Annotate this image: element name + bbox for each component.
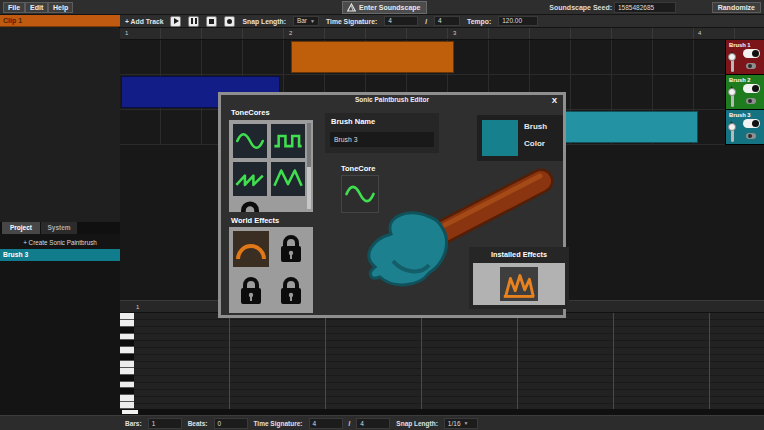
tab-system[interactable]: System — [41, 222, 77, 234]
piano-key[interactable] — [120, 402, 134, 409]
menu-help[interactable]: Help — [48, 2, 73, 13]
world-effect-locked-button[interactable] — [273, 273, 309, 309]
dialog-title: Sonic Paintbrush Editor — [221, 96, 563, 103]
time-signature-numerator-input[interactable]: 4 — [384, 16, 418, 26]
brush-list-item[interactable]: Brush 3 — [0, 249, 120, 261]
piano-key[interactable] — [120, 334, 134, 341]
sine-wave-icon — [342, 176, 378, 212]
toggle-knob-icon — [752, 85, 759, 92]
track-toggle[interactable] — [743, 49, 760, 58]
brush-list-panel: + Create Sonic Paintbrush Brush 3 — [0, 234, 120, 415]
track-header-brush-1[interactable]: Brush 1 ▲ — [725, 40, 764, 75]
track-volume-knob[interactable] — [728, 123, 736, 131]
add-track-button[interactable]: + Add Track — [125, 18, 163, 25]
ruler-bar-1: 1 — [125, 30, 128, 36]
tab-project[interactable]: Project — [2, 222, 40, 234]
track-volume-knob[interactable] — [728, 53, 736, 61]
tonecore-label: ToneCore — [341, 164, 375, 173]
track-volume-knob[interactable] — [728, 88, 736, 96]
selected-tonecore-button[interactable] — [341, 175, 379, 213]
piano-key[interactable] — [120, 368, 134, 375]
brush-name-input[interactable]: Brush 3 — [330, 132, 434, 147]
tonecore-triangle-button[interactable] — [271, 162, 305, 196]
track-indicator[interactable] — [746, 133, 756, 139]
piano-key[interactable] — [120, 340, 134, 347]
track-header-brush-3[interactable]: Brush 3 ▲ — [725, 110, 764, 145]
menu-edit[interactable]: Edit — [25, 2, 48, 13]
piano-key[interactable] — [120, 327, 134, 334]
bars-input[interactable]: 1 — [148, 418, 182, 429]
chevron-down-icon: ▼ — [310, 17, 315, 25]
clip-brush-1[interactable] — [291, 41, 454, 73]
timeline-ruler[interactable]: 1 2 3 4 — [120, 28, 764, 40]
status-time-signature-denominator-input[interactable]: 4 — [356, 418, 390, 429]
track-toggle[interactable] — [743, 84, 760, 93]
piano-key[interactable] — [120, 382, 134, 389]
seed-label: Soundscape Seed: — [549, 4, 612, 11]
installed-effects-label: Installed Effects — [469, 250, 569, 259]
track-header-brush-2[interactable]: Brush 2 ▲ — [725, 75, 764, 110]
beats-input[interactable]: 0 — [214, 418, 248, 429]
installed-effect-button[interactable] — [500, 267, 538, 301]
snap-length-label: Snap Length: — [242, 18, 285, 25]
track-indicator[interactable] — [746, 98, 756, 104]
piano-key[interactable] — [120, 313, 134, 320]
sawtooth-wave-icon — [233, 162, 267, 196]
world-effect-locked-button[interactable] — [233, 273, 269, 309]
locked-tonecore-icon — [233, 200, 267, 212]
brush-name-box: Brush Name Brush 3 — [325, 113, 439, 153]
tonecore-square-button[interactable] — [271, 124, 305, 158]
piano-roll-grid[interactable] — [134, 313, 764, 409]
tonecores-panel — [229, 120, 313, 212]
status-bar: Bars: 1 Beats: 0 Time Signature: 4 / 4 S… — [0, 415, 764, 430]
tempo-input[interactable]: 120.00 — [498, 16, 538, 26]
track-row-brush-1[interactable] — [120, 40, 764, 75]
tonecore-sawtooth-button[interactable] — [233, 162, 267, 196]
stop-icon — [209, 19, 214, 24]
record-button[interactable] — [224, 16, 235, 27]
seed-input[interactable]: 1585482685 — [614, 2, 676, 13]
piano-key[interactable] — [120, 388, 134, 395]
tonecore-sine-button[interactable] — [233, 124, 267, 158]
clip-header[interactable]: Clip 1 — [0, 15, 120, 27]
play-button[interactable] — [170, 16, 181, 27]
brush-color-label: Brush — [524, 122, 547, 131]
snap-length-select[interactable]: Bar ▼ — [293, 16, 319, 26]
record-icon — [227, 19, 232, 24]
piano-key[interactable] — [120, 361, 134, 368]
status-snap-length-select[interactable]: 1/16 ▼ — [444, 418, 478, 429]
track-toggle[interactable] — [743, 119, 760, 128]
close-icon[interactable]: X — [552, 96, 557, 105]
randomize-button[interactable]: Randomize — [712, 2, 761, 13]
scrollbar-thumb[interactable] — [307, 123, 311, 167]
menu-file[interactable]: File — [3, 2, 25, 13]
create-sonic-paintbrush-button[interactable]: + Create Sonic Paintbrush — [0, 237, 120, 248]
pause-button[interactable] — [188, 16, 199, 27]
piano-key[interactable] — [120, 320, 134, 327]
ruler-bar-4: 4 — [698, 30, 701, 36]
time-signature-denominator-input[interactable]: 4 — [434, 16, 460, 26]
brush-color-swatch[interactable] — [482, 120, 518, 156]
brush-color-box: Brush Color — [477, 115, 563, 161]
play-icon — [174, 18, 179, 24]
track-indicator[interactable] — [746, 63, 756, 69]
piano-key[interactable] — [120, 354, 134, 361]
stop-button[interactable] — [206, 16, 217, 27]
world-effect-locked-button[interactable] — [273, 231, 309, 267]
lock-icon — [233, 273, 269, 309]
tonecores-scrollbar[interactable] — [307, 123, 311, 209]
ruler-bar-3: 3 — [453, 30, 456, 36]
menu-bar: File Edit Help Enter Soundscape Soundsca… — [0, 0, 764, 15]
piano-keys — [120, 313, 134, 409]
piano-key[interactable] — [120, 395, 134, 402]
piano-key[interactable] — [120, 347, 134, 354]
installed-effects-box: Installed Effects — [469, 247, 569, 309]
track-name: Brush 1 — [729, 42, 751, 48]
tonecore-locked-button[interactable] — [233, 200, 267, 212]
world-effect-arc-button[interactable] — [233, 231, 269, 267]
status-time-signature-numerator-input[interactable]: 4 — [309, 418, 343, 429]
square-wave-icon — [271, 124, 305, 158]
scrollbar-thumb[interactable] — [122, 410, 138, 414]
piano-key[interactable] — [120, 375, 134, 382]
enter-soundscape-button[interactable]: Enter Soundscape — [342, 1, 427, 14]
